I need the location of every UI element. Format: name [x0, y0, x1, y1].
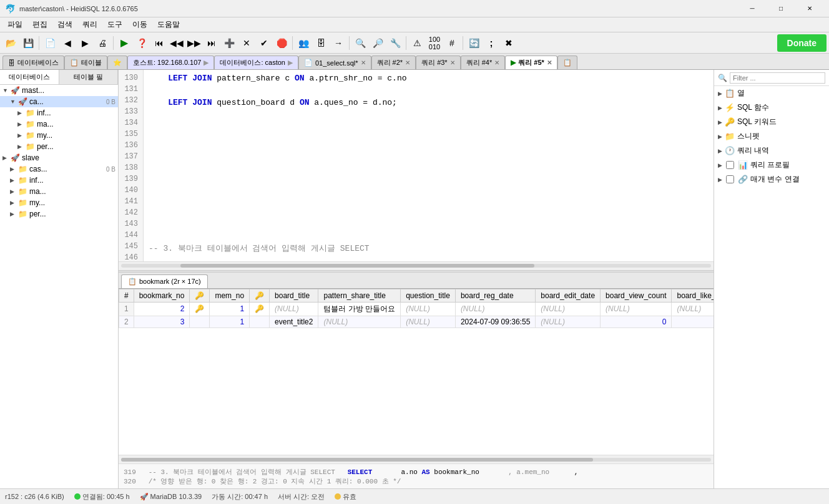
tree-item-my[interactable]: ▶ 📁 my... [0, 130, 118, 141]
cell-row1-board-view-count[interactable]: (NULL) [601, 302, 672, 316]
right-item-snippet[interactable]: ▶ 📁 스니펫 [714, 129, 829, 143]
toolbar-save-btn[interactable]: 💾 [20, 35, 36, 51]
cell-row1-board-title[interactable]: (NULL) [270, 302, 318, 316]
tree-item-per[interactable]: ▶ 📁 per... [0, 141, 118, 152]
tree-item-slave-ma[interactable]: ▶ 📁 ma... [0, 186, 118, 197]
right-item-params[interactable]: ▶ 🔗 매개 변수 연결 [714, 172, 829, 187]
toolbar-users-btn[interactable]: 👥 [295, 35, 311, 51]
toolbar-help-btn[interactable]: ❓ [134, 35, 150, 51]
toolbar-new-btn[interactable]: 📄 [42, 35, 58, 51]
toolbar-next-btn[interactable]: ▶▶ [186, 35, 202, 51]
sidebar-tab-database[interactable]: 데이터베이스 [0, 70, 59, 84]
cell-row1-pattern-share[interactable]: 텀블러 가방 만들어요 [318, 302, 401, 316]
tree-item-ca[interactable]: ▼ 🚀 ca... 0 B [0, 96, 118, 107]
menu-tools[interactable]: 도구 [102, 18, 127, 32]
tab-select-sql[interactable]: 📄 01_select.sql* ✕ [298, 56, 371, 69]
tab-query5-close[interactable]: ✕ [547, 59, 552, 66]
toolbar-back-btn[interactable]: ◀ [59, 35, 76, 51]
right-item-history[interactable]: ▶ 🕐 쿼리 내역 [714, 143, 829, 158]
cell-row1-board-like-count[interactable]: (NULL) [672, 302, 714, 316]
toolbar-print-btn[interactable]: 🖨 [94, 35, 110, 51]
col-header-bookmark-no[interactable]: bookmark_no [134, 289, 190, 302]
menu-edit[interactable]: 편집 [27, 18, 52, 32]
cell-row1-bookmark-no[interactable]: 2 [134, 302, 190, 316]
h-scrollbar[interactable] [119, 261, 714, 270]
tree-item-slave[interactable]: ▶ 🚀 slave [0, 152, 118, 163]
tab-query4[interactable]: 쿼리 #4* ✕ [461, 56, 506, 69]
tree-item-slave-cas[interactable]: ▶ 📁 cas... 0 B [0, 163, 118, 175]
col-header-board-edit-date[interactable]: board_edit_date [536, 289, 601, 302]
col-header-pattern-share[interactable]: pattern_share_title [318, 289, 401, 302]
toolbar-forward-btn[interactable]: ▶ [77, 35, 93, 51]
table-row[interactable]: 1 2 🔑 1 🔑 (NULL) 텀블러 가방 만들어요 (NULL) (NUL… [119, 302, 714, 316]
col-header-question[interactable]: question_title [401, 289, 456, 302]
grid-h-scrollbar[interactable] [119, 455, 714, 463]
maximize-button[interactable]: □ [767, 0, 795, 17]
col-header-board-like-count[interactable]: board_like_c... [672, 289, 714, 302]
menu-search[interactable]: 검색 [52, 18, 77, 32]
close-button[interactable]: ✕ [795, 0, 824, 17]
tab-new[interactable]: 📋 [557, 56, 577, 69]
results-tab-bookmark[interactable]: 📋 bookmark (2r × 17c) [121, 274, 208, 288]
cell-row2-board-title[interactable]: event_title2 [270, 316, 318, 327]
right-item-sqlkw[interactable]: ▶ 🔑 SQL 키워드 [714, 115, 829, 129]
tab-query3[interactable]: 쿼리 #3* ✕ [416, 56, 461, 69]
toolbar-db-btn[interactable]: 🗄 [313, 35, 329, 51]
code-content[interactable]: LEFT JOIN pattern_share c ON a.ptrn_shr_… [144, 70, 714, 261]
right-item-sqlfn[interactable]: ▶ ⚡ SQL 함수 [714, 100, 829, 115]
cell-row2-board-edit-date[interactable]: (NULL) [536, 316, 601, 327]
cell-row2-bookmark-no[interactable]: 3 [134, 316, 190, 327]
right-item-profile[interactable]: ▶ 📊 쿼리 프로필 [714, 158, 829, 172]
toolbar-check-btn[interactable]: ✔ [256, 35, 272, 51]
toolbar-search2-btn[interactable]: 🔎 [370, 35, 386, 51]
menu-file[interactable]: 파일 [2, 18, 27, 32]
toolbar-cancel-btn[interactable]: ✕ [238, 35, 255, 51]
donate-button[interactable]: Donate [777, 34, 827, 52]
right-checkbox-profile[interactable] [726, 161, 734, 169]
tab-query2-close[interactable]: ✕ [405, 59, 410, 66]
toolbar-search-btn[interactable]: 🔍 [352, 35, 368, 51]
toolbar-prev-btn[interactable]: ◀◀ [169, 35, 185, 51]
filter-input[interactable] [730, 72, 825, 84]
cell-row1-mem-no[interactable]: 1 [210, 302, 250, 316]
tab-star[interactable]: ⭐ [107, 56, 127, 69]
tree-item-slave-inf[interactable]: ▶ 📁 inf... [0, 175, 118, 186]
tree-item-inf[interactable]: ▶ 📁 inf... [0, 107, 118, 119]
cell-row2-board-like-count[interactable] [672, 316, 714, 327]
tab-query4-close[interactable]: ✕ [494, 59, 499, 66]
col-header-board-view-count[interactable]: board_view_count [601, 289, 672, 302]
table-row[interactable]: 2 3 1 event_title2 (NULL) (NULL) 2024-07… [119, 316, 714, 327]
tab-query5[interactable]: ▶ 쿼리 #5* ✕ [505, 56, 557, 69]
toolbar-num-btn[interactable]: # [444, 35, 460, 51]
toolbar-filter-btn[interactable]: 🔧 [387, 35, 403, 51]
toolbar-sync-btn[interactable]: 🔄 [466, 35, 482, 51]
tab-query2[interactable]: 쿼리 #2* ✕ [371, 56, 416, 69]
tree-item-mast[interactable]: ▼ 🚀 mast... [0, 85, 118, 96]
toolbar-warn-btn[interactable]: ⚠ [409, 35, 425, 51]
toolbar-play-btn[interactable]: ▶ [116, 35, 132, 51]
code-editor[interactable]: 130 131 132 133 134 135 136 137 138 139 … [119, 70, 714, 261]
toolbar-arrow-btn[interactable]: → [330, 35, 346, 51]
tab-query3-close[interactable]: ✕ [450, 59, 455, 66]
cell-row2-board-reg-date[interactable]: 2024-07-09 09:36:55 [455, 316, 535, 327]
right-checkbox-params[interactable] [726, 175, 734, 183]
col-header-board-reg-date[interactable]: board_reg_date [455, 289, 535, 302]
toolbar-close2-btn[interactable]: ✖ [501, 35, 517, 51]
cell-row1-question[interactable]: (NULL) [401, 302, 456, 316]
col-header-mem-no[interactable]: mem_no [210, 289, 250, 302]
cell-row2-mem-no[interactable]: 1 [210, 316, 250, 327]
tree-item-ma[interactable]: ▶ 📁 ma... [0, 119, 118, 130]
toolbar-semi-btn[interactable]: ; [483, 35, 499, 51]
toolbar-first-btn[interactable]: ⏮ [151, 35, 167, 51]
toolbar-open-btn[interactable]: 📂 [2, 35, 19, 51]
cell-row2-question[interactable]: (NULL) [401, 316, 456, 327]
menu-goto[interactable]: 이동 [127, 18, 152, 32]
tab-db-caston[interactable]: 데이터베이스: caston ▶ [214, 56, 298, 69]
toolbar-last-btn[interactable]: ⏭ [204, 35, 220, 51]
menu-query[interactable]: 쿼리 [77, 18, 102, 32]
menu-help[interactable]: 도움말 [152, 18, 185, 32]
cell-row2-pattern-share[interactable]: (NULL) [318, 316, 401, 327]
tab-table[interactable]: 📋 테이블 [64, 56, 107, 69]
toolbar-stop-btn[interactable]: 🛑 [273, 35, 290, 51]
cell-row1-board-edit-date[interactable]: (NULL) [536, 302, 601, 316]
